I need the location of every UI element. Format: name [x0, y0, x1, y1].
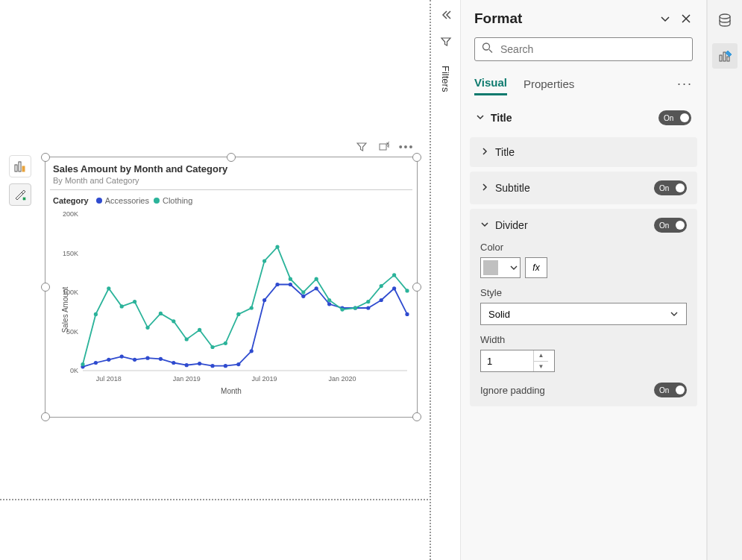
svg-point-51 — [198, 328, 201, 332]
ignore-padding-label: Ignore padding — [480, 385, 545, 396]
focus-mode-icon[interactable] — [378, 141, 390, 153]
color-picker[interactable] — [480, 257, 521, 278]
svg-text:0K: 0K — [70, 367, 78, 374]
filters-pane-collapsed: Filters — [431, 0, 461, 560]
visual-fields-rail-button[interactable] — [9, 155, 31, 177]
resize-handle[interactable] — [41, 153, 50, 162]
resize-handle[interactable] — [412, 153, 421, 162]
svg-point-17 — [94, 361, 98, 365]
svg-point-64 — [366, 300, 370, 303]
card-subtitle-header[interactable]: Subtitle — [480, 182, 530, 194]
tabs-more-icon[interactable]: ··· — [677, 76, 693, 92]
spin-up-icon[interactable]: ▲ — [534, 350, 548, 362]
svg-point-67 — [405, 289, 409, 292]
filter-icon[interactable] — [356, 141, 368, 153]
svg-point-21 — [145, 356, 149, 360]
width-label: Width — [480, 334, 687, 345]
card-subtitle: Subtitle On — [470, 172, 697, 204]
svg-text:Jul 2019: Jul 2019 — [252, 375, 277, 383]
svg-point-66 — [392, 273, 396, 277]
data-icon[interactable] — [712, 7, 738, 33]
section-title[interactable]: Title On — [470, 103, 697, 133]
svg-point-30 — [262, 298, 266, 302]
svg-point-55 — [250, 306, 254, 309]
svg-point-48 — [159, 312, 163, 315]
svg-point-25 — [198, 362, 201, 365]
tab-properties[interactable]: Properties — [524, 73, 574, 95]
svg-point-53 — [224, 342, 227, 345]
chevron-right-icon — [480, 147, 491, 157]
width-input-field[interactable] — [481, 356, 533, 367]
svg-point-49 — [172, 319, 175, 323]
filter-pane-icon[interactable] — [438, 34, 453, 49]
card-divider: Divider On Color fx Style Solid Width — [470, 209, 697, 406]
svg-rect-5 — [380, 144, 386, 150]
svg-point-50 — [185, 337, 189, 341]
chart-visual-selected[interactable]: ••• Sales Amount by Month and Category B… — [45, 157, 418, 418]
svg-point-33 — [301, 295, 305, 298]
search-input[interactable] — [474, 37, 693, 61]
style-label: Style — [480, 287, 687, 298]
fx-button[interactable]: fx — [525, 257, 547, 278]
svg-text:Jul 2018: Jul 2018 — [96, 375, 122, 383]
ignore-padding-toggle[interactable]: On — [654, 383, 687, 397]
svg-rect-0 — [15, 165, 17, 172]
resize-handle[interactable] — [227, 153, 236, 162]
svg-point-20 — [133, 358, 136, 362]
svg-point-46 — [133, 300, 136, 303]
svg-point-23 — [172, 361, 175, 365]
chart-legend: Category Accessories Clothing — [45, 190, 417, 207]
divider-toggle[interactable]: On — [654, 218, 687, 233]
spin-down-icon[interactable]: ▼ — [534, 362, 548, 372]
color-label: Color — [480, 242, 687, 253]
visual-format-rail-button[interactable] — [9, 183, 31, 206]
chevron-down-icon — [480, 220, 491, 230]
report-canvas: ••• Sales Amount by Month and Category B… — [0, 0, 431, 560]
svg-point-42 — [81, 362, 84, 366]
svg-point-38 — [366, 306, 370, 309]
svg-point-56 — [262, 259, 266, 262]
chevron-down-icon — [670, 309, 679, 318]
right-icon-rail — [707, 0, 742, 560]
chevron-down-icon — [510, 264, 518, 271]
card-divider-header[interactable]: Divider — [480, 219, 528, 231]
svg-point-27 — [224, 364, 227, 368]
svg-rect-2 — [22, 166, 25, 172]
svg-point-31 — [275, 283, 279, 286]
svg-point-52 — [210, 345, 214, 349]
svg-text:150K: 150K — [63, 250, 78, 257]
svg-point-44 — [107, 286, 110, 290]
resize-handle[interactable] — [41, 412, 50, 421]
svg-rect-1 — [19, 162, 21, 172]
svg-point-57 — [275, 245, 279, 249]
svg-point-26 — [210, 364, 214, 368]
chevron-down-icon[interactable] — [658, 12, 672, 25]
search-icon — [482, 43, 493, 57]
resize-handle[interactable] — [412, 412, 421, 421]
format-pane: Format Visual Properties ··· Title On Ti… — [461, 0, 707, 560]
canvas-edge — [0, 499, 431, 500]
chevron-right-icon — [480, 183, 491, 193]
svg-point-47 — [145, 326, 149, 330]
build-visual-icon[interactable] — [712, 43, 738, 69]
legend-item[interactable]: Clothing — [154, 196, 192, 205]
width-input[interactable]: ▲ ▼ — [480, 350, 555, 372]
pane-title: Format — [474, 10, 522, 27]
close-icon[interactable] — [679, 12, 693, 25]
svg-point-70 — [720, 14, 730, 19]
title-toggle[interactable]: On — [658, 110, 691, 125]
more-options-icon[interactable]: ••• — [400, 141, 412, 153]
style-select[interactable]: Solid — [480, 303, 687, 325]
svg-point-19 — [120, 355, 124, 359]
legend-item[interactable]: Accessories — [96, 196, 149, 205]
card-title[interactable]: Title — [470, 137, 697, 167]
filters-label[interactable]: Filters — [440, 66, 451, 92]
svg-point-41 — [405, 312, 409, 316]
chart-subtitle: By Month and Category — [45, 176, 417, 189]
svg-line-69 — [489, 50, 492, 53]
tab-visual[interactable]: Visual — [474, 72, 507, 95]
svg-point-45 — [120, 304, 124, 308]
expand-pane-icon[interactable] — [438, 7, 453, 22]
svg-point-22 — [159, 357, 163, 361]
subtitle-toggle[interactable]: On — [654, 180, 687, 195]
